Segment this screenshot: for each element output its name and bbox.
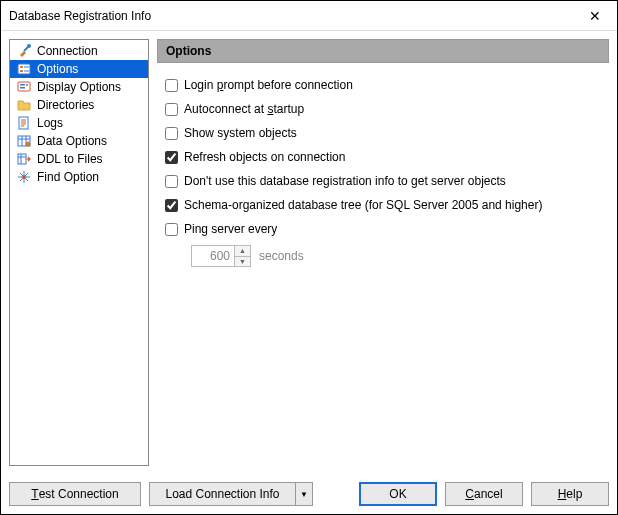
svg-rect-1 — [18, 64, 30, 74]
checkbox-login-prompt[interactable] — [165, 79, 178, 92]
help-button[interactable]: Help — [531, 482, 609, 506]
spinner-buttons: ▲ ▼ — [234, 246, 250, 266]
svg-rect-6 — [20, 87, 25, 89]
sidebar-item-label: Connection — [37, 44, 98, 58]
svg-rect-2 — [20, 66, 23, 68]
find-icon — [16, 169, 32, 185]
option-show-system: Show system objects — [165, 125, 601, 141]
cancel-button[interactable]: Cancel — [445, 482, 523, 506]
sidebar-item-label: DDL to Files — [37, 152, 103, 166]
folder-icon — [16, 97, 32, 113]
dialog-body: Connection Options Display Options Direc… — [1, 31, 617, 474]
option-refresh-objects: Refresh objects on connection — [165, 149, 601, 165]
svg-point-0 — [27, 44, 31, 48]
ok-button[interactable]: OK — [359, 482, 437, 506]
checkbox-refresh-objects[interactable] — [165, 151, 178, 164]
sidebar-item-label: Options — [37, 62, 78, 76]
sidebar-item-connection[interactable]: Connection — [10, 42, 148, 60]
svg-point-10 — [26, 142, 31, 147]
sidebar-item-label: Directories — [37, 98, 94, 112]
seconds-label: seconds — [259, 249, 304, 263]
options-area: Login prompt before connection Autoconne… — [157, 63, 609, 466]
main-panel: Options Login prompt before connection A… — [157, 39, 609, 466]
dialog-window: Database Registration Info ✕ Connection … — [0, 0, 618, 515]
load-connection-group: Load Connection Info ▼ — [149, 482, 313, 506]
label-refresh-objects[interactable]: Refresh objects on connection — [184, 150, 345, 164]
label-autoconnect[interactable]: Autoconnect at startup — [184, 102, 304, 116]
sidebar-item-logs[interactable]: Logs — [10, 114, 148, 132]
checkbox-schema-tree[interactable] — [165, 199, 178, 212]
data-options-icon — [16, 133, 32, 149]
test-connection-button[interactable]: Test Connection — [9, 482, 141, 506]
checkbox-ping[interactable] — [165, 223, 178, 236]
label-schema-tree[interactable]: Schema-organized database tree (for SQL … — [184, 198, 542, 212]
sidebar-item-data-options[interactable]: Data Options — [10, 132, 148, 150]
logs-icon — [16, 115, 32, 131]
sidebar-item-label: Logs — [37, 116, 63, 130]
ping-interval-row: ▲ ▼ seconds — [191, 245, 601, 267]
svg-rect-3 — [20, 70, 23, 72]
svg-rect-8 — [19, 117, 28, 129]
display-icon — [16, 79, 32, 95]
option-login-prompt: Login prompt before connection — [165, 77, 601, 93]
plug-icon — [16, 43, 32, 59]
sidebar: Connection Options Display Options Direc… — [9, 39, 149, 466]
sidebar-item-label: Display Options — [37, 80, 121, 94]
sidebar-item-ddl-to-files[interactable]: DDL to Files — [10, 150, 148, 168]
footer: Test Connection Load Connection Info ▼ O… — [1, 474, 617, 514]
svg-point-12 — [22, 175, 26, 179]
load-connection-dropdown[interactable]: ▼ — [295, 482, 313, 506]
sidebar-item-options[interactable]: Options — [10, 60, 148, 78]
svg-rect-4 — [18, 82, 30, 91]
checkbox-show-system[interactable] — [165, 127, 178, 140]
label-show-system[interactable]: Show system objects — [184, 126, 297, 140]
options-icon — [16, 61, 32, 77]
label-dont-use[interactable]: Don't use this database registration inf… — [184, 174, 506, 188]
window-title: Database Registration Info — [9, 9, 151, 23]
checkbox-dont-use[interactable] — [165, 175, 178, 188]
option-schema-tree: Schema-organized database tree (for SQL … — [165, 197, 601, 213]
sidebar-item-directories[interactable]: Directories — [10, 96, 148, 114]
option-autoconnect: Autoconnect at startup — [165, 101, 601, 117]
checkbox-autoconnect[interactable] — [165, 103, 178, 116]
close-button[interactable]: ✕ — [573, 1, 617, 31]
ddl-icon — [16, 151, 32, 167]
section-header: Options — [157, 39, 609, 63]
option-ping: Ping server every — [165, 221, 601, 237]
sidebar-item-display-options[interactable]: Display Options — [10, 78, 148, 96]
load-connection-button[interactable]: Load Connection Info — [149, 482, 295, 506]
label-login-prompt[interactable]: Login prompt before connection — [184, 78, 353, 92]
svg-rect-11 — [18, 154, 26, 164]
sidebar-item-label: Data Options — [37, 134, 107, 148]
sidebar-item-find-option[interactable]: Find Option — [10, 168, 148, 186]
ping-value-input[interactable] — [192, 246, 234, 266]
spinner-down-button[interactable]: ▼ — [235, 257, 250, 267]
label-ping[interactable]: Ping server every — [184, 222, 277, 236]
sidebar-item-label: Find Option — [37, 170, 99, 184]
option-dont-use: Don't use this database registration inf… — [165, 173, 601, 189]
svg-rect-5 — [20, 84, 25, 86]
titlebar: Database Registration Info ✕ — [1, 1, 617, 31]
svg-point-7 — [26, 84, 28, 86]
ping-spinner: ▲ ▼ — [191, 245, 251, 267]
spinner-up-button[interactable]: ▲ — [235, 246, 250, 257]
